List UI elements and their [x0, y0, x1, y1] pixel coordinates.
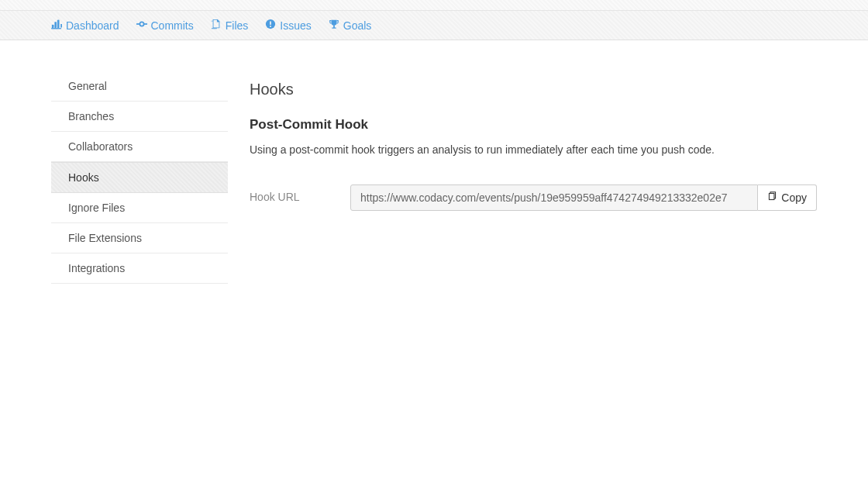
svg-rect-9	[270, 26, 271, 27]
main-content: Hooks Post-Commit Hook Using a post-comm…	[250, 71, 817, 284]
commit-icon	[136, 19, 147, 32]
hook-url-row: Hook URL Copy	[250, 184, 817, 211]
sidebar-item-label: File Extensions	[68, 232, 142, 244]
top-header	[0, 0, 868, 11]
files-icon	[211, 19, 222, 32]
sidebar-item-general[interactable]: General	[51, 71, 228, 102]
trophy-icon	[329, 19, 339, 32]
copy-label: Copy	[781, 191, 807, 204]
sidebar-item-label: Branches	[68, 110, 114, 122]
main-container: General Branches Collaborators Hooks Ign…	[0, 40, 868, 315]
nav-label: Issues	[280, 19, 311, 32]
svg-rect-0	[52, 25, 53, 28]
alert-icon	[265, 19, 276, 32]
sidebar-item-label: Hooks	[68, 171, 99, 184]
nav-label: Commits	[151, 19, 194, 32]
sidebar-item-branches[interactable]: Branches	[51, 102, 228, 132]
hook-url-label: Hook URL	[250, 184, 327, 203]
sidebar-item-label: Integrations	[68, 262, 125, 274]
nav-label: Files	[226, 19, 249, 32]
page-title: Hooks	[250, 81, 817, 98]
nav-issues[interactable]: Issues	[265, 19, 311, 32]
sidebar-item-hooks[interactable]: Hooks	[51, 162, 228, 193]
sidebar-item-integrations[interactable]: Integrations	[51, 253, 228, 284]
hook-url-input[interactable]	[350, 184, 758, 211]
sidebar-item-collaborators[interactable]: Collaborators	[51, 132, 228, 162]
svg-rect-1	[54, 22, 56, 28]
sidebar-item-ignore-files[interactable]: Ignore Files	[51, 193, 228, 223]
description: Using a post-commit hook triggers an ana…	[250, 142, 817, 158]
nav-files[interactable]: Files	[211, 19, 249, 32]
svg-rect-2	[57, 20, 59, 29]
svg-rect-3	[51, 28, 60, 29]
nav-bar: Dashboard Commits Files Issues Goals	[0, 11, 868, 40]
nav-goals[interactable]: Goals	[329, 19, 372, 32]
svg-rect-10	[770, 193, 775, 199]
bar-chart-icon	[51, 19, 62, 32]
section-title: Post-Commit Hook	[250, 117, 817, 133]
nav-label: Goals	[343, 19, 372, 32]
nav-label: Dashboard	[66, 19, 119, 32]
sidebar: General Branches Collaborators Hooks Ign…	[51, 71, 228, 284]
hook-url-input-group: Copy	[350, 184, 817, 211]
sidebar-item-file-extensions[interactable]: File Extensions	[51, 223, 228, 253]
sidebar-item-label: General	[68, 80, 107, 92]
svg-point-4	[140, 22, 143, 26]
nav-dashboard[interactable]: Dashboard	[51, 19, 119, 32]
svg-rect-8	[270, 22, 271, 25]
copy-button[interactable]: Copy	[758, 184, 817, 211]
nav-commits[interactable]: Commits	[136, 19, 194, 32]
sidebar-item-label: Ignore Files	[68, 202, 125, 214]
sidebar-item-label: Collaborators	[68, 140, 133, 153]
copy-icon	[767, 191, 777, 204]
